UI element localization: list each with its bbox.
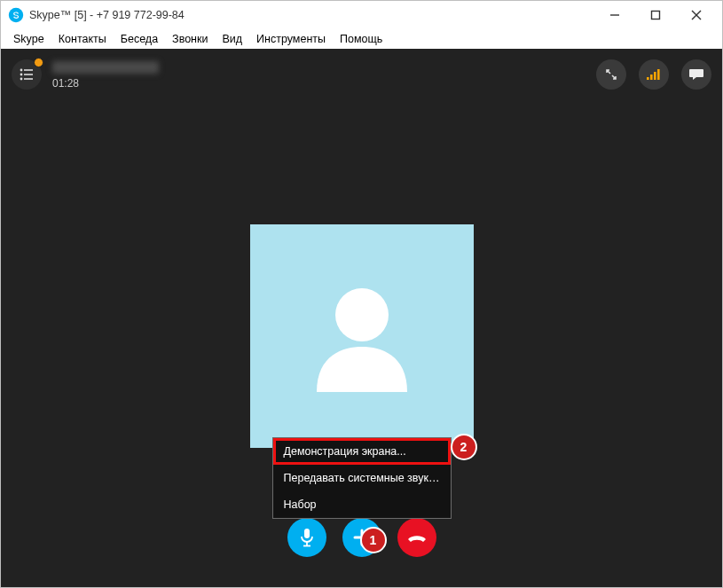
call-info: 01:28 [12, 59, 159, 90]
close-icon [691, 10, 702, 20]
menu-item-share-screen[interactable]: Демонстрация экрана... [273, 438, 451, 465]
titlebar: Skype™ [5] - +7 919 772-99-84 [1, 1, 722, 29]
svg-rect-16 [304, 529, 310, 538]
menu-conversation[interactable]: Беседа [114, 31, 165, 47]
avatar-placeholder-icon [295, 270, 428, 403]
svg-point-7 [20, 74, 23, 76]
contact-info: 01:28 [52, 59, 159, 90]
menu-view[interactable]: Вид [215, 31, 249, 47]
chat-button[interactable] [681, 59, 711, 90]
svg-rect-11 [647, 77, 649, 80]
menu-tools[interactable]: Инструменты [249, 31, 333, 47]
svg-point-5 [20, 69, 23, 72]
mic-icon [298, 528, 316, 547]
svg-point-15 [335, 288, 389, 341]
svg-point-9 [20, 78, 23, 81]
plus-menu-popup: Демонстрация экрана... Передавать систем… [272, 437, 452, 519]
fullscreen-button[interactable] [596, 59, 626, 90]
menu-help[interactable]: Помощь [333, 31, 389, 47]
hangup-button[interactable] [397, 518, 436, 557]
window-title: Skype™ [5] - +7 919 772-99-84 [29, 9, 594, 21]
menu-item-system-sounds[interactable]: Передавать системные звуки... [273, 465, 451, 491]
chat-icon [688, 67, 704, 82]
app-window: Skype™ [5] - +7 919 772-99-84 Skype Конт… [0, 0, 723, 588]
menu-calls[interactable]: Звонки [165, 31, 215, 47]
annotation-badge-2: 2 [451, 434, 477, 460]
call-quality-button[interactable] [639, 59, 669, 90]
window-controls [594, 3, 717, 27]
maximize-button[interactable] [635, 3, 676, 27]
svg-rect-12 [650, 74, 653, 80]
svg-rect-14 [657, 69, 660, 80]
call-list-button[interactable] [12, 59, 42, 90]
menubar: Skype Контакты Беседа Звонки Вид Инструм… [1, 29, 722, 49]
menu-contacts[interactable]: Контакты [51, 31, 114, 47]
menu-item-dialpad[interactable]: Набор [273, 491, 451, 518]
call-timer: 01:28 [52, 77, 159, 90]
status-dot-icon [34, 58, 43, 67]
skype-icon [8, 7, 24, 23]
annotation-badge-1: 1 [360, 527, 387, 553]
minimize-icon [609, 10, 620, 20]
avatar [250, 224, 474, 448]
call-area: 01:28 [1, 49, 722, 587]
signal-icon [646, 68, 662, 81]
maximize-icon [650, 10, 661, 20]
expand-icon [604, 67, 618, 82]
close-button[interactable] [676, 3, 717, 27]
list-icon [19, 68, 35, 81]
svg-rect-13 [654, 72, 656, 80]
menu-skype[interactable]: Skype [6, 31, 51, 47]
contact-name [52, 61, 159, 74]
mute-button[interactable] [287, 518, 326, 557]
minimize-button[interactable] [594, 3, 635, 27]
hangup-icon [406, 528, 428, 547]
svg-rect-2 [652, 12, 660, 20]
call-top-right [596, 59, 711, 90]
